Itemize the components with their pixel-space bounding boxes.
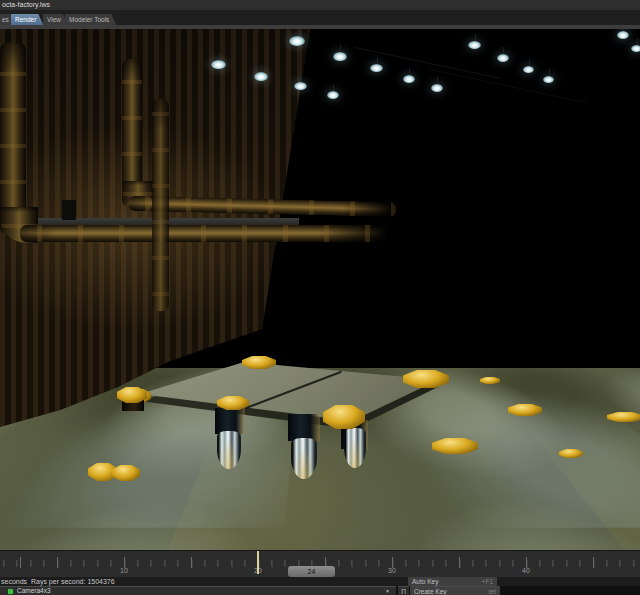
frame-label-30: 30 xyxy=(382,567,402,574)
light-stem xyxy=(529,59,530,66)
platform-leg xyxy=(288,414,320,441)
frame-slider-handle[interactable]: 24 xyxy=(288,566,335,577)
gold-clamp xyxy=(3,452,37,462)
ceiling-light xyxy=(333,52,347,61)
ceiling-light xyxy=(497,54,509,62)
light-stem xyxy=(409,68,410,75)
chrome-foot xyxy=(344,428,366,468)
render-status-text: seconds Rays per second: 1504376 xyxy=(1,577,115,586)
frame-label-40: 40 xyxy=(516,567,536,574)
menu-tab-bar: es Render View Modeler Tools xyxy=(0,10,640,25)
window-title: octa-factory.lws xyxy=(0,0,640,10)
light-stem xyxy=(637,38,638,45)
light-stem xyxy=(549,69,550,76)
tab-render[interactable]: Render xyxy=(11,14,43,25)
wall-box xyxy=(62,200,76,220)
dropdown-arrow-icon: ▼ xyxy=(385,587,390,595)
lightwave-layout-window: octa-factory.lws es Render View Modeler … xyxy=(0,0,640,595)
gold-clamp xyxy=(242,356,276,369)
ceiling-light xyxy=(370,64,383,72)
light-stem xyxy=(333,84,334,91)
gold-clamp xyxy=(9,496,49,505)
ceiling-seam xyxy=(430,69,587,103)
ceiling-light xyxy=(327,91,339,99)
gold-clamp xyxy=(217,396,249,410)
pipe-vertical-thin xyxy=(152,99,169,311)
frame-label-10: 10 xyxy=(114,567,134,574)
light-stem xyxy=(377,57,378,64)
ceiling-light xyxy=(211,60,226,69)
envelope-button[interactable]: Π xyxy=(398,586,409,595)
ceiling-light xyxy=(403,75,415,83)
foot-reflection xyxy=(348,466,361,490)
gold-clamp xyxy=(245,531,279,542)
current-item-dropdown[interactable]: Camera4x3 ▼ xyxy=(0,586,396,595)
create-key-shortcut: ret xyxy=(488,587,496,595)
auto-key-shortcut: +F1 xyxy=(482,577,493,586)
create-key-button[interactable]: Create Key ret xyxy=(410,586,500,595)
light-stem xyxy=(301,75,302,82)
playhead-marker[interactable] xyxy=(257,551,259,574)
chrome-foot xyxy=(291,438,317,479)
ceiling-light xyxy=(294,82,307,90)
item-bar: Camera4x3 ▼ Π Create Key ret xyxy=(0,586,640,595)
foot-reflection xyxy=(295,476,311,508)
ceiling-light xyxy=(523,66,534,73)
create-key-label: Create Key xyxy=(414,587,447,595)
ceiling-light xyxy=(631,45,640,52)
gold-clamp xyxy=(279,541,305,549)
ceiling-light xyxy=(468,41,481,49)
camera-item-icon xyxy=(8,589,13,594)
light-stem xyxy=(503,47,504,54)
foot-reflection xyxy=(221,465,235,493)
gold-clamp xyxy=(403,370,449,388)
ceiling-light xyxy=(617,31,629,39)
render-viewport[interactable] xyxy=(0,29,640,550)
pipe-horizontal-lower xyxy=(20,225,392,242)
ceiling-light xyxy=(254,72,268,81)
timeline-ruler[interactable]: 10 20 30 40 24 xyxy=(0,550,640,577)
auto-key-button[interactable]: Auto Key +F1 xyxy=(408,577,497,586)
light-stem xyxy=(219,53,220,60)
light-stem xyxy=(437,77,438,84)
current-item-label: Camera4x3 xyxy=(17,587,51,595)
light-stem xyxy=(297,29,298,36)
chrome-foot xyxy=(217,431,241,469)
ceiling-light xyxy=(543,76,554,83)
light-stem xyxy=(623,29,624,31)
light-stem xyxy=(261,65,262,72)
tab-view[interactable]: View xyxy=(43,14,68,25)
ceiling-light xyxy=(289,36,305,46)
light-stem xyxy=(340,45,341,52)
status-bar: seconds Rays per second: 1504376 Auto Ke… xyxy=(0,577,640,586)
ceiling-light xyxy=(431,84,443,92)
tab-modeler-tools[interactable]: Modeler Tools xyxy=(65,14,116,25)
light-stem xyxy=(475,34,476,41)
auto-key-label: Auto Key xyxy=(412,577,438,586)
